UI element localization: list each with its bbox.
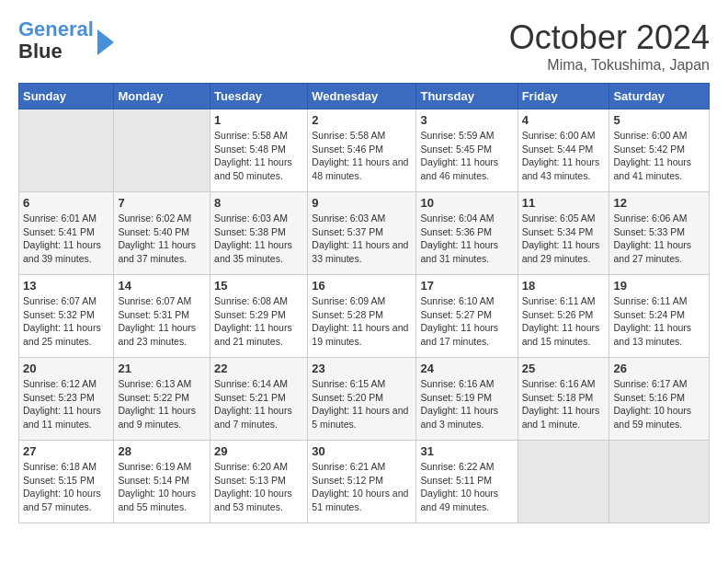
sunrise-text: Sunrise: 6:11 AM (522, 295, 596, 306)
weekday-saturday: Saturday (609, 84, 710, 109)
calendar-cell: 30 Sunrise: 6:21 AM Sunset: 5:12 PM Dayl… (308, 441, 416, 523)
sunset-text: Sunset: 5:16 PM (613, 392, 685, 403)
calendar-cell: 3 Sunrise: 5:59 AM Sunset: 5:45 PM Dayli… (416, 109, 518, 192)
sunrise-text: Sunrise: 6:14 AM (214, 378, 288, 389)
day-number: 29 (214, 444, 303, 458)
sunset-text: Sunset: 5:11 PM (420, 475, 492, 486)
sunset-text: Sunset: 5:28 PM (312, 309, 383, 320)
cell-content: Sunrise: 6:19 AM Sunset: 5:14 PM Dayligh… (118, 460, 206, 514)
calendar-cell: 14 Sunrise: 6:07 AM Sunset: 5:31 PM Dayl… (114, 275, 210, 358)
day-number: 15 (214, 279, 303, 293)
cell-content: Sunrise: 5:58 AM Sunset: 5:48 PM Dayligh… (214, 129, 303, 183)
sunrise-text: Sunrise: 6:21 AM (312, 461, 385, 472)
daylight-text: Daylight: 11 hours and 5 minutes. (312, 405, 408, 430)
weekday-sunday: Sunday (19, 84, 114, 109)
sunrise-text: Sunrise: 6:16 AM (420, 378, 494, 389)
daylight-text: Daylight: 11 hours and 3 minutes. (420, 405, 498, 430)
sunrise-text: Sunrise: 6:12 AM (23, 378, 97, 389)
calendar-cell: 31 Sunrise: 6:22 AM Sunset: 5:11 PM Dayl… (416, 441, 518, 523)
sunset-text: Sunset: 5:33 PM (613, 226, 685, 237)
week-row-1: 1 Sunrise: 5:58 AM Sunset: 5:48 PM Dayli… (19, 109, 710, 192)
cell-content: Sunrise: 6:00 AM Sunset: 5:44 PM Dayligh… (522, 129, 606, 183)
sunrise-text: Sunrise: 5:59 AM (420, 130, 494, 141)
sunset-text: Sunset: 5:37 PM (312, 226, 383, 237)
sunset-text: Sunset: 5:13 PM (214, 475, 286, 486)
day-number: 24 (420, 362, 513, 375)
calendar-cell: 16 Sunrise: 6:09 AM Sunset: 5:28 PM Dayl… (308, 275, 416, 358)
daylight-text: Daylight: 11 hours and 35 minutes. (214, 239, 292, 264)
sunrise-text: Sunrise: 6:15 AM (312, 378, 385, 389)
cell-content: Sunrise: 6:11 AM Sunset: 5:26 PM Dayligh… (522, 294, 606, 349)
weekday-friday: Friday (518, 84, 609, 109)
sunset-text: Sunset: 5:29 PM (214, 309, 286, 320)
sunrise-text: Sunrise: 6:09 AM (312, 295, 385, 306)
logo-text: General Blue (18, 18, 94, 63)
cell-content: Sunrise: 6:16 AM Sunset: 5:19 PM Dayligh… (420, 377, 513, 431)
title-section: October 2024 Mima, Tokushima, Japan (509, 18, 710, 74)
calendar-cell (518, 441, 609, 523)
week-row-5: 27 Sunrise: 6:18 AM Sunset: 5:15 PM Dayl… (19, 441, 710, 523)
calendar-cell: 1 Sunrise: 5:58 AM Sunset: 5:48 PM Dayli… (210, 109, 308, 192)
weekday-tuesday: Tuesday (210, 84, 308, 109)
cell-content: Sunrise: 6:20 AM Sunset: 5:13 PM Dayligh… (214, 460, 303, 514)
daylight-text: Daylight: 11 hours and 46 minutes. (420, 156, 498, 181)
day-number: 8 (214, 196, 303, 210)
cell-content: Sunrise: 5:59 AM Sunset: 5:45 PM Dayligh… (420, 129, 513, 183)
calendar-cell (19, 109, 114, 192)
day-number: 10 (420, 196, 513, 210)
day-number: 17 (420, 279, 513, 293)
daylight-text: Daylight: 11 hours and 17 minutes. (420, 322, 498, 347)
sunset-text: Sunset: 5:14 PM (118, 475, 189, 486)
cell-content: Sunrise: 6:10 AM Sunset: 5:27 PM Dayligh… (420, 294, 513, 349)
logo: General Blue (18, 18, 114, 63)
daylight-text: Daylight: 11 hours and 27 minutes. (613, 239, 691, 264)
sunset-text: Sunset: 5:31 PM (118, 309, 189, 320)
day-number: 4 (522, 113, 606, 127)
sunset-text: Sunset: 5:34 PM (522, 226, 594, 237)
sunrise-text: Sunrise: 6:16 AM (522, 378, 596, 389)
sunset-text: Sunset: 5:45 PM (420, 144, 492, 155)
month-title: October 2024 (509, 18, 710, 57)
cell-content: Sunrise: 6:16 AM Sunset: 5:18 PM Dayligh… (522, 377, 606, 431)
daylight-text: Daylight: 11 hours and 39 minutes. (23, 239, 101, 264)
day-number: 14 (118, 279, 206, 293)
daylight-text: Daylight: 11 hours and 23 minutes. (118, 322, 196, 347)
sunset-text: Sunset: 5:24 PM (613, 309, 685, 320)
sunset-text: Sunset: 5:46 PM (312, 144, 383, 155)
calendar-cell: 11 Sunrise: 6:05 AM Sunset: 5:34 PM Dayl… (518, 192, 609, 275)
daylight-text: Daylight: 11 hours and 29 minutes. (522, 239, 600, 264)
sunrise-text: Sunrise: 6:00 AM (613, 130, 687, 141)
daylight-text: Daylight: 11 hours and 25 minutes. (23, 322, 101, 347)
daylight-text: Daylight: 11 hours and 7 minutes. (214, 405, 292, 430)
sunset-text: Sunset: 5:19 PM (420, 392, 492, 403)
day-number: 26 (613, 362, 705, 375)
cell-content: Sunrise: 6:06 AM Sunset: 5:33 PM Dayligh… (613, 212, 705, 266)
cell-content: Sunrise: 6:01 AM Sunset: 5:41 PM Dayligh… (23, 212, 109, 266)
day-number: 13 (23, 279, 109, 293)
cell-content: Sunrise: 5:58 AM Sunset: 5:46 PM Dayligh… (312, 129, 412, 183)
calendar-cell: 19 Sunrise: 6:11 AM Sunset: 5:24 PM Dayl… (609, 275, 710, 358)
sunrise-text: Sunrise: 5:58 AM (312, 130, 385, 141)
day-number: 23 (312, 362, 412, 375)
cell-content: Sunrise: 6:07 AM Sunset: 5:31 PM Dayligh… (118, 294, 206, 349)
calendar-cell: 8 Sunrise: 6:03 AM Sunset: 5:38 PM Dayli… (210, 192, 308, 275)
sunrise-text: Sunrise: 6:17 AM (613, 378, 687, 389)
calendar-body: 1 Sunrise: 5:58 AM Sunset: 5:48 PM Dayli… (19, 109, 710, 523)
daylight-text: Daylight: 10 hours and 55 minutes. (118, 488, 196, 512)
weekday-thursday: Thursday (416, 84, 518, 109)
weekday-wednesday: Wednesday (308, 84, 416, 109)
sunrise-text: Sunrise: 5:58 AM (214, 130, 288, 141)
sunrise-text: Sunrise: 6:08 AM (214, 295, 288, 306)
sunset-text: Sunset: 5:36 PM (420, 226, 492, 237)
sunset-text: Sunset: 5:41 PM (23, 226, 95, 237)
location: Mima, Tokushima, Japan (509, 57, 710, 74)
cell-content: Sunrise: 6:09 AM Sunset: 5:28 PM Dayligh… (312, 294, 412, 349)
daylight-text: Daylight: 11 hours and 48 minutes. (312, 156, 408, 181)
daylight-text: Daylight: 11 hours and 1 minute. (522, 405, 600, 430)
sunrise-text: Sunrise: 6:03 AM (312, 213, 385, 224)
calendar-table: SundayMondayTuesdayWednesdayThursdayFrid… (18, 83, 710, 523)
sunset-text: Sunset: 5:15 PM (23, 475, 95, 486)
sunset-text: Sunset: 5:42 PM (613, 144, 685, 155)
day-number: 18 (522, 279, 606, 293)
daylight-text: Daylight: 10 hours and 53 minutes. (214, 488, 292, 512)
